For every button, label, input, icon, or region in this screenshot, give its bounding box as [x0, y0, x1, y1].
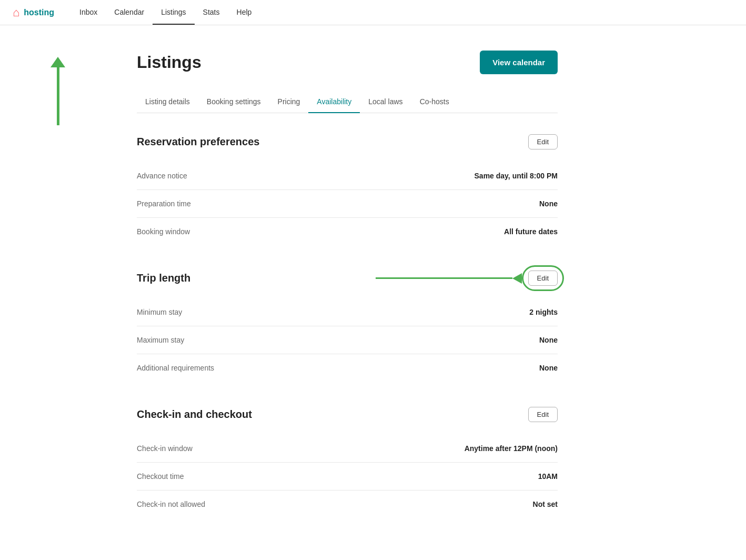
- tab-local-laws[interactable]: Local laws: [360, 91, 411, 113]
- reservation-preferences-title: Reservation preferences: [137, 136, 259, 148]
- navbar: ⌂ hosting Inbox Calendar Listings Stats …: [0, 0, 746, 25]
- view-calendar-button[interactable]: View calendar: [480, 51, 558, 74]
- additional-requirements-row: Additional requirements None: [137, 354, 558, 382]
- checkin-not-allowed-value: Not set: [533, 500, 558, 508]
- maximum-stay-value: None: [539, 336, 558, 344]
- tab-cohosts[interactable]: Co-hosts: [411, 91, 458, 113]
- trip-length-edit-area: Edit: [376, 271, 558, 286]
- reservation-preferences-section: Reservation preferences Edit Advance not…: [137, 134, 558, 245]
- checkin-window-label: Check-in window: [137, 444, 193, 453]
- trip-length-section: Trip length Edit Minimum stay 2 nig: [137, 271, 558, 382]
- brand-name: hosting: [24, 8, 54, 17]
- tab-pricing[interactable]: Pricing: [269, 91, 309, 113]
- checkin-checkout-header: Check-in and checkout Edit: [137, 407, 558, 422]
- page-title: Listings: [137, 53, 201, 72]
- sidebar: [0, 25, 116, 560]
- checkout-time-value: 10AM: [538, 472, 558, 481]
- arrow-up-head: [51, 57, 65, 67]
- checkout-time-label: Checkout time: [137, 472, 184, 481]
- maximum-stay-label: Maximum stay: [137, 336, 184, 344]
- nav-link-stats[interactable]: Stats: [195, 0, 228, 25]
- additional-requirements-value: None: [539, 364, 558, 372]
- minimum-stay-label: Minimum stay: [137, 308, 182, 316]
- advance-notice-row: Advance notice Same day, until 8:00 PM: [137, 162, 558, 190]
- tab-availability[interactable]: Availability: [308, 91, 360, 113]
- arrow-head: [512, 273, 522, 284]
- checkin-checkout-title: Check-in and checkout: [137, 408, 252, 421]
- page-header: Listings View calendar: [137, 51, 558, 74]
- nav-link-listings[interactable]: Listings: [153, 0, 194, 25]
- booking-window-value: All future dates: [504, 227, 558, 236]
- preparation-time-value: None: [539, 199, 558, 208]
- arrow-up-annotation: [51, 57, 65, 125]
- preparation-time-row: Preparation time None: [137, 190, 558, 218]
- checkout-time-row: Checkout time 10AM: [137, 463, 558, 491]
- checkin-checkout-section: Check-in and checkout Edit Check-in wind…: [137, 407, 558, 518]
- tabs-bar: Listing details Booking settings Pricing…: [137, 91, 558, 113]
- checkin-window-value: Anytime after 12PM (noon): [465, 444, 558, 453]
- checkin-not-allowed-label: Check-in not allowed: [137, 500, 205, 508]
- main-content: Listings View calendar Listing details B…: [116, 25, 589, 560]
- tab-booking-settings[interactable]: Booking settings: [198, 91, 269, 113]
- advance-notice-label: Advance notice: [137, 172, 187, 180]
- booking-window-label: Booking window: [137, 227, 190, 236]
- minimum-stay-value: 2 nights: [529, 308, 558, 316]
- arrow-line: [376, 277, 512, 279]
- preparation-time-label: Preparation time: [137, 199, 191, 208]
- additional-requirements-label: Additional requirements: [137, 364, 214, 372]
- checkin-checkout-edit-button[interactable]: Edit: [528, 407, 558, 422]
- brand-logo[interactable]: ⌂ hosting: [13, 6, 54, 19]
- nav-link-inbox[interactable]: Inbox: [71, 0, 106, 25]
- booking-window-row: Booking window All future dates: [137, 218, 558, 245]
- nav-links: Inbox Calendar Listings Stats Help: [71, 0, 260, 25]
- tab-listing-details[interactable]: Listing details: [137, 91, 198, 113]
- trip-length-edit-container: Edit: [528, 271, 558, 286]
- edit-btn-circle: [522, 265, 564, 291]
- trip-length-header: Trip length Edit: [137, 271, 558, 286]
- checkin-window-row: Check-in window Anytime after 12PM (noon…: [137, 435, 558, 463]
- page-layout: Listings View calendar Listing details B…: [0, 25, 746, 560]
- advance-notice-value: Same day, until 8:00 PM: [475, 172, 558, 180]
- green-arrow-annotation: [376, 273, 522, 284]
- nav-link-calendar[interactable]: Calendar: [106, 0, 153, 25]
- maximum-stay-row: Maximum stay None: [137, 326, 558, 354]
- reservation-preferences-header: Reservation preferences Edit: [137, 134, 558, 149]
- airbnb-icon: ⌂: [13, 6, 19, 19]
- trip-length-title: Trip length: [137, 272, 190, 284]
- checkin-not-allowed-row: Check-in not allowed Not set: [137, 491, 558, 518]
- reservation-preferences-edit-button[interactable]: Edit: [528, 134, 558, 149]
- arrow-up-stem: [57, 67, 59, 125]
- minimum-stay-row: Minimum stay 2 nights: [137, 298, 558, 326]
- nav-link-help[interactable]: Help: [228, 0, 260, 25]
